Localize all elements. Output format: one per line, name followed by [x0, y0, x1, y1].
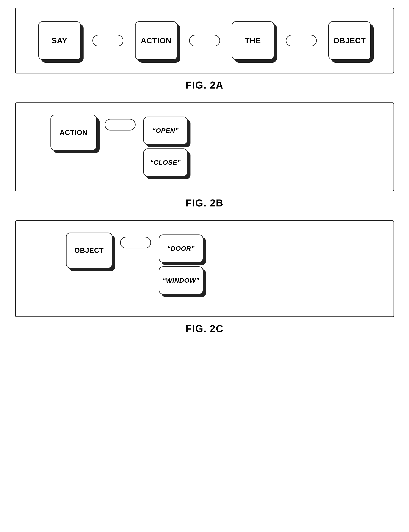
- card-action-2b: ACTION: [50, 115, 97, 150]
- fig2a-label: FIG. 2A: [186, 79, 223, 91]
- fig2a-diagram: SAY ACTION THE OBJECT: [15, 8, 394, 73]
- card-say: SAY: [38, 21, 81, 60]
- connector-2: [189, 35, 220, 46]
- fig2c-diagram: OBJECT “DOOR” “WINDOW”: [15, 220, 394, 317]
- card-the: THE: [232, 21, 274, 60]
- card-object-2c: OBJECT: [66, 233, 112, 268]
- connector-3: [286, 35, 317, 46]
- options-group-2b: “OPEN” “CLOSE”: [143, 117, 188, 176]
- connector-2c: [120, 237, 151, 248]
- fig2b-diagram: ACTION “OPEN” “CLOSE”: [15, 102, 394, 191]
- options-group-2c: “DOOR” “WINDOW”: [159, 235, 203, 294]
- fig2b-label: FIG. 2B: [186, 197, 223, 209]
- fig2c-label: FIG. 2C: [186, 323, 223, 334]
- card-close: “CLOSE”: [143, 148, 188, 176]
- card-object: OBJECT: [328, 21, 371, 60]
- card-window: “WINDOW”: [159, 266, 203, 294]
- connector-2b: [105, 119, 136, 130]
- card-door: “DOOR”: [159, 235, 203, 263]
- card-open: “OPEN”: [143, 117, 188, 145]
- connector-1: [93, 35, 123, 46]
- card-action: ACTION: [135, 21, 177, 60]
